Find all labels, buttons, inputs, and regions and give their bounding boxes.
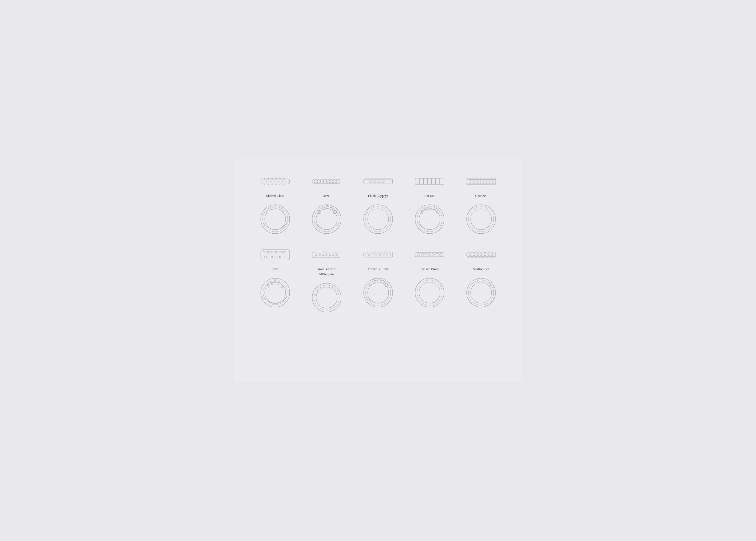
svg-point-149	[322, 254, 324, 256]
svg-point-134	[317, 257, 318, 258]
svg-point-130	[337, 252, 338, 253]
svg-point-206	[419, 282, 440, 303]
svg-point-150	[325, 254, 328, 256]
page: Shared Claw	[234, 159, 522, 382]
svg-point-125	[328, 252, 329, 253]
svg-line-15	[273, 207, 273, 208]
svg-rect-43	[364, 180, 392, 183]
svg-rect-77	[480, 180, 483, 183]
label-surface-prong: Surface Prong	[419, 267, 439, 272]
svg-point-151	[329, 254, 331, 256]
label-channel: Channel	[475, 193, 486, 199]
band-french-v-split	[363, 248, 394, 261]
svg-point-152	[332, 254, 334, 256]
svg-point-202	[440, 253, 441, 254]
svg-point-29	[324, 180, 327, 183]
svg-point-217	[470, 282, 491, 303]
ring-surface-prong	[412, 274, 447, 311]
svg-point-48	[364, 205, 392, 234]
svg-line-24	[285, 210, 286, 211]
svg-point-136	[321, 257, 321, 258]
svg-point-153	[336, 254, 338, 256]
svg-point-1	[263, 180, 267, 183]
svg-point-37	[318, 211, 321, 214]
band-grain-millegrain	[311, 248, 343, 261]
label-french-v-split: French V Split	[368, 267, 388, 272]
svg-point-47	[382, 180, 384, 183]
svg-point-96	[267, 256, 269, 258]
svg-line-21	[281, 207, 282, 208]
svg-point-205	[417, 280, 442, 305]
svg-point-190	[425, 253, 426, 254]
svg-point-128	[333, 252, 334, 253]
svg-rect-61	[432, 179, 435, 184]
svg-point-45	[374, 180, 376, 183]
svg-point-16	[275, 206, 277, 209]
label-scallop-set: Scallop Set	[473, 267, 489, 272]
svg-point-185	[418, 256, 419, 257]
label-bezel: Bezel	[323, 193, 330, 199]
svg-point-163	[332, 287, 333, 288]
ring-pave	[258, 274, 292, 311]
svg-point-176	[368, 282, 388, 303]
svg-point-105	[265, 282, 286, 303]
band-channel	[465, 175, 497, 188]
svg-point-183	[417, 253, 420, 256]
svg-line-11	[266, 210, 267, 211]
svg-point-86	[263, 251, 265, 253]
svg-point-26	[314, 180, 317, 183]
svg-point-121	[321, 252, 321, 253]
svg-point-171	[380, 253, 383, 256]
svg-point-211	[480, 254, 482, 256]
item-channel: Channel	[455, 170, 507, 243]
svg-point-184	[418, 253, 419, 254]
band-bezel	[311, 175, 343, 188]
svg-point-63	[415, 205, 444, 234]
item-flush-gypsy: Flush (Gypsy)	[353, 170, 404, 243]
svg-point-164	[335, 290, 336, 291]
svg-rect-73	[468, 180, 470, 183]
svg-point-102	[283, 256, 285, 258]
svg-point-203	[440, 256, 441, 257]
svg-point-177	[369, 284, 372, 287]
svg-point-214	[491, 254, 493, 256]
svg-point-198	[435, 253, 438, 256]
svg-point-126	[330, 252, 330, 253]
svg-point-5	[279, 180, 282, 183]
svg-point-6	[283, 180, 286, 183]
svg-point-50	[368, 209, 388, 230]
svg-point-82	[466, 205, 495, 234]
svg-point-167	[366, 253, 369, 256]
svg-point-201	[439, 253, 442, 256]
svg-point-137	[322, 257, 323, 258]
svg-point-191	[425, 256, 426, 257]
svg-point-135	[319, 257, 319, 258]
svg-point-213	[488, 254, 490, 256]
svg-point-145	[337, 257, 338, 258]
svg-point-154	[312, 283, 341, 312]
ring-channel	[464, 201, 498, 238]
svg-point-8	[263, 207, 288, 232]
svg-point-99	[275, 256, 277, 258]
svg-rect-85	[261, 250, 290, 260]
svg-rect-60	[428, 179, 431, 184]
svg-point-161	[326, 284, 327, 285]
svg-point-122	[322, 252, 323, 253]
svg-line-17	[275, 205, 275, 206]
svg-point-178	[373, 280, 376, 283]
ring-scallop-set	[464, 274, 498, 311]
item-bar-set: Bar Set	[404, 170, 455, 243]
svg-point-119	[317, 252, 318, 253]
svg-rect-75	[474, 180, 477, 183]
svg-point-107	[270, 280, 272, 282]
svg-point-193	[429, 253, 430, 254]
svg-point-115	[281, 286, 283, 288]
svg-point-148	[319, 254, 321, 256]
label-shared-claw: Shared Claw	[266, 193, 284, 199]
svg-point-27	[317, 180, 321, 183]
svg-point-36	[316, 209, 337, 230]
svg-point-97	[270, 256, 272, 258]
svg-point-118	[315, 252, 316, 253]
svg-point-124	[326, 252, 327, 253]
svg-point-98	[272, 256, 275, 258]
